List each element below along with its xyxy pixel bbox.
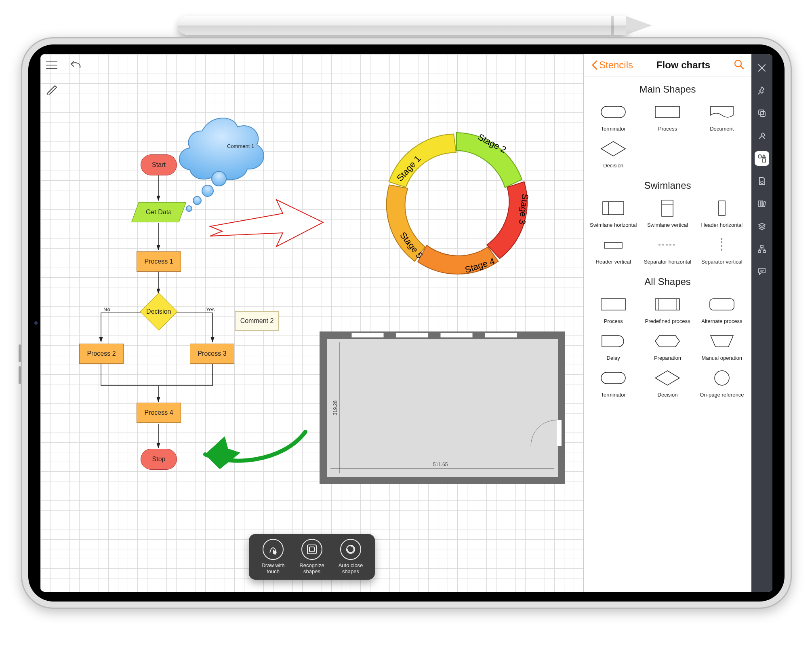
chevron-left-icon [591,60,597,70]
svg-rect-44 [759,201,760,207]
tools-rail [751,54,772,592]
stencil-decision-2[interactable]: Decision [640,365,694,398]
node-stop[interactable]: Stop [141,449,177,470]
thought-cloud[interactable] [179,118,264,211]
ipad-frame: 511.65 319.26 Start Comment 1 Get Data P… [21,37,792,609]
stencil-swimlane-h[interactable]: Swimlane horizontal [586,195,640,228]
plan-height-label: 319.26 [332,400,338,415]
svg-rect-37 [601,372,625,384]
svg-rect-29 [604,243,622,248]
tools-icon[interactable] [755,129,769,143]
svg-point-43 [761,181,763,184]
svg-rect-49 [763,251,766,253]
close-icon[interactable] [755,61,769,75]
big-arrow-right[interactable] [210,200,323,247]
svg-rect-42 [762,159,766,162]
svg-rect-26 [662,200,673,216]
svg-rect-11 [396,333,428,338]
svg-rect-47 [761,245,763,247]
svg-rect-45 [761,201,763,207]
svg-rect-14 [557,420,562,446]
stencil-terminator[interactable]: Terminator [586,99,640,132]
svg-line-21 [740,66,743,69]
copy-icon[interactable] [755,106,769,120]
svg-rect-12 [440,333,473,338]
stencil-preparation[interactable]: Preparation [640,328,694,361]
svg-rect-33 [655,299,679,310]
pin-icon[interactable] [755,83,769,98]
node-comment-1[interactable]: Comment 1 [227,143,254,149]
stencil-manual-operation[interactable]: Manual operation [695,328,749,361]
node-process-1[interactable]: Process 1 [137,251,181,272]
floor-plan[interactable]: 511.65 319.26 [323,333,562,481]
hud-draw-touch[interactable]: Draw with touch [257,539,289,575]
stencil-panel: Stencils Flow charts Main Shapes Termina… [583,54,751,592]
return-arrow[interactable] [205,432,305,469]
tree-icon[interactable] [755,242,769,256]
svg-point-41 [758,155,762,158]
svg-rect-24 [603,202,624,215]
document-settings-icon[interactable] [755,174,769,188]
cycle-diagram[interactable]: Stage 2 Stage 3 Stage 4 Stage 5 Stage 1 [372,119,541,289]
node-start[interactable]: Start [141,154,177,175]
stencil-process[interactable]: Process [640,99,694,132]
node-process-2[interactable]: Process 2 [79,344,124,364]
stencil-alternate-process[interactable]: Alternate process [695,291,749,324]
canvas-hud: Draw with touch Recognize shapes Auto cl… [249,534,375,580]
stencil-separator-h[interactable]: Separator horizontal [640,232,694,265]
node-get-data[interactable]: Get Data [131,202,186,222]
volume-up-button [19,344,21,362]
apple-pencil [178,16,626,35]
label-yes: Yes [206,306,215,312]
stencil-header-v[interactable]: Header vertical [586,232,640,265]
stencil-process-2[interactable]: Process [586,291,640,324]
svg-rect-46 [763,202,766,207]
stencil-document[interactable]: Document [695,99,749,132]
svg-point-8 [186,206,192,211]
svg-point-7 [193,196,201,205]
node-process-4[interactable]: Process 4 [137,403,181,423]
svg-point-5 [212,171,226,186]
label-no: No [103,306,110,312]
shapes-icon[interactable] [755,151,769,166]
stencil-terminator-2[interactable]: Terminator [586,365,640,398]
section-swimlanes: Swimlanes [584,173,751,195]
svg-rect-10 [351,333,384,338]
svg-rect-39 [759,110,764,115]
stencil-header-h[interactable]: Header horizontal [695,195,749,228]
stencil-onpage-ref[interactable]: On-page reference [695,365,749,398]
comment-icon[interactable] [755,264,769,279]
section-all-shapes: All Shapes [584,269,751,291]
stencil-swimlane-v[interactable]: Swimlane vertical [640,195,694,228]
svg-rect-17 [307,545,316,554]
svg-rect-9 [323,335,562,481]
stencil-delay[interactable]: Delay [586,328,640,361]
stencil-predefined-process[interactable]: Predefined process [640,291,694,324]
plan-width-label: 511.65 [433,462,448,467]
svg-rect-23 [655,106,679,118]
svg-point-38 [715,371,729,385]
svg-rect-13 [485,333,517,338]
section-main-shapes: Main Shapes [584,76,751,99]
layers-icon[interactable] [755,219,769,234]
stencil-title: Flow charts [656,59,710,71]
svg-rect-40 [760,112,765,116]
svg-rect-18 [309,547,314,552]
svg-point-6 [202,185,213,196]
stencil-decision[interactable]: Decision [586,136,640,169]
stencil-separator-v[interactable]: Separator vertical [695,232,749,265]
svg-rect-32 [601,299,625,310]
hud-recognize[interactable]: Recognize shapes [296,539,328,575]
volume-down-button [19,366,21,384]
node-process-3[interactable]: Process 3 [190,344,234,364]
svg-rect-28 [719,201,725,215]
node-comment-2[interactable]: Comment 2 [235,311,279,331]
drawing-canvas[interactable]: 511.65 319.26 Start Comment 1 Get Data P… [40,54,583,592]
search-icon[interactable] [734,59,744,71]
stencils-back-button[interactable]: Stencils [591,59,633,71]
svg-rect-36 [710,299,734,310]
library-icon[interactable] [755,196,769,211]
camera-dot-icon [34,321,38,325]
hud-autoclose[interactable]: Auto close shapes [334,539,367,575]
svg-rect-48 [758,251,761,253]
